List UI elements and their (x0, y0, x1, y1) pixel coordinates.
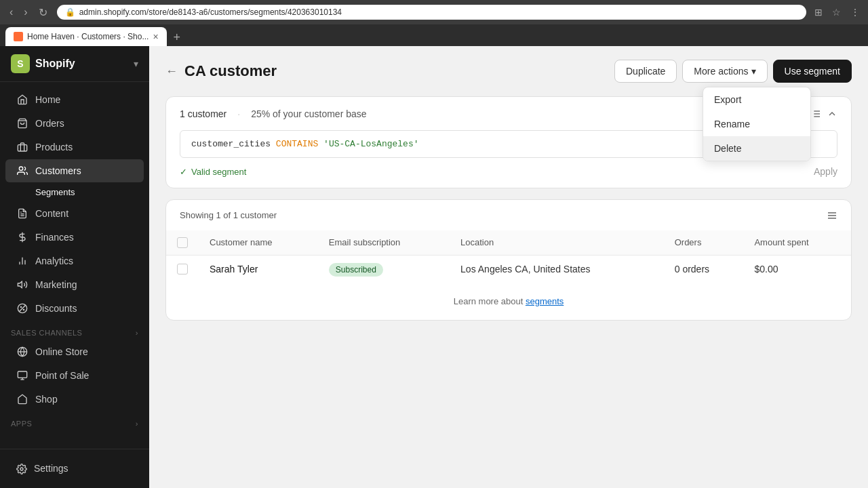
browser-nav-controls: ‹ › ↻ (5, 5, 52, 20)
header-actions: Duplicate More actions ▾ Use segment Exp… (614, 60, 852, 83)
learn-more-text: Learn more about (454, 296, 526, 306)
sidebar-item-analytics[interactable]: Analytics (5, 249, 144, 272)
main-content: ← CA customer Duplicate More actions ▾ U… (149, 46, 868, 488)
code-operator: CONTAINS (276, 139, 318, 149)
svg-marker-9 (18, 281, 22, 287)
use-segment-button[interactable]: Use segment (773, 60, 852, 83)
extensions-button[interactable]: ⊞ (812, 4, 825, 20)
valid-check-icon: ✓ (180, 167, 187, 177)
sidebar-item-orders-label: Orders (35, 118, 64, 129)
sidebar-item-discounts[interactable]: Discounts (5, 297, 144, 320)
discounts-icon (16, 302, 28, 314)
svg-point-18 (20, 468, 23, 470)
valid-label: Valid segment (191, 167, 246, 177)
shopify-logo-icon: S (11, 54, 30, 73)
collapse-icon[interactable] (827, 108, 837, 119)
svg-point-11 (23, 309, 24, 310)
svg-point-10 (20, 306, 21, 307)
header-checkbox-cell (166, 230, 199, 256)
address-bar[interactable]: 🔒 admin.shopify.com/store/de8143-a6/cust… (57, 5, 806, 20)
sidebar-item-settings[interactable]: Settings (11, 458, 138, 480)
url-text: admin.shopify.com/store/de8143-a6/custom… (79, 7, 342, 17)
col-header-orders: Orders (664, 230, 744, 256)
browser-tab-bar: Home Haven · Customers · Sho... × + (0, 24, 868, 46)
customers-table: Customer name Email subscription Locatio… (166, 230, 851, 283)
tab-favicon (14, 32, 23, 41)
sidebar-item-shop[interactable]: Shop (5, 388, 144, 411)
sidebar-item-finances[interactable]: Finances (5, 226, 144, 249)
more-actions-button[interactable]: More actions ▾ (682, 60, 767, 83)
browser-actions: ⊞ ☆ ⋮ (812, 4, 863, 20)
location-cell: Los Angeles CA, United States (450, 255, 664, 283)
sidebar-item-pos-label: Point of Sale (35, 370, 89, 381)
sidebar-item-content-label: Content (35, 208, 68, 219)
new-tab-button[interactable]: + (170, 29, 185, 46)
customers-icon (16, 165, 28, 177)
sidebar-item-customers[interactable]: Customers (5, 159, 144, 182)
active-tab[interactable]: Home Haven · Customers · Sho... × (5, 27, 167, 46)
content-icon (16, 207, 28, 220)
back-button[interactable]: ← (165, 64, 178, 79)
code-field: customer_cities (191, 139, 271, 149)
store-selector[interactable]: ▾ (134, 58, 138, 69)
sidebar-item-products[interactable]: Products (5, 136, 144, 159)
more-actions-chevron: ▾ (751, 66, 756, 77)
marketing-icon (16, 279, 28, 291)
customers-section: Showing 1 of 1 customer Customer name Em… (165, 199, 852, 321)
apps-toggle[interactable]: › (136, 420, 138, 428)
svg-point-2 (19, 167, 22, 170)
shopify-logo: S Shopify (11, 54, 75, 73)
finances-icon (16, 231, 28, 243)
select-all-checkbox[interactable] (177, 237, 188, 248)
sidebar-item-pos[interactable]: Point of Sale (5, 364, 144, 387)
lock-icon: 🔒 (65, 7, 75, 17)
products-icon (16, 141, 28, 153)
row-checkbox[interactable] (177, 264, 188, 274)
forward-nav-button[interactable]: › (20, 5, 31, 20)
segments-link[interactable]: segments (526, 296, 564, 306)
apply-button[interactable]: Apply (814, 166, 837, 177)
duplicate-button[interactable]: Duplicate (614, 60, 677, 83)
sidebar-item-online-store[interactable]: Online Store (5, 340, 144, 363)
stats-divider: · (237, 108, 240, 119)
svg-rect-15 (18, 371, 26, 378)
sidebar-item-products-label: Products (35, 142, 73, 152)
browser-chrome: ‹ › ↻ 🔒 admin.shopify.com/store/de8143-a… (0, 0, 868, 24)
dropdown-rename[interactable]: Rename (703, 112, 810, 136)
reload-button[interactable]: ↻ (35, 5, 52, 20)
email-status-cell: Subscribed (318, 255, 450, 283)
sales-channels-toggle[interactable]: › (136, 329, 138, 337)
svg-rect-1 (18, 145, 26, 151)
settings-label: Settings (34, 463, 68, 474)
back-nav-button[interactable]: ‹ (5, 5, 17, 20)
app-container: S Shopify ▾ Home Orders (0, 46, 868, 488)
apps-label: Apps (11, 420, 32, 428)
col-header-amount: Amount spent (743, 230, 851, 256)
sidebar-item-segments[interactable]: Segments (5, 183, 144, 201)
sidebar: S Shopify ▾ Home Orders (0, 46, 149, 488)
table-container: Customer name Email subscription Locatio… (166, 230, 851, 283)
customer-name-cell: Sarah Tyler (199, 255, 318, 283)
page-header: ← CA customer Duplicate More actions ▾ U… (165, 60, 852, 83)
menu-button[interactable]: ⋮ (848, 4, 863, 20)
tab-title: Home Haven · Customers · Sho... (27, 32, 149, 41)
learn-more-section: Learn more about segments (166, 283, 851, 320)
bookmark-button[interactable]: ☆ (829, 4, 844, 20)
sidebar-item-content[interactable]: Content (5, 202, 144, 225)
customer-name-link[interactable]: Sarah Tyler (210, 264, 258, 274)
page-title-row: ← CA customer (165, 62, 277, 80)
more-actions-dropdown: Export Rename Delete (703, 87, 811, 161)
sidebar-item-marketing[interactable]: Marketing (5, 273, 144, 296)
sidebar-item-customers-label: Customers (35, 165, 81, 176)
table-body: Sarah Tyler Subscribed Los Angeles CA, U… (166, 255, 851, 283)
tab-close-button[interactable]: × (153, 31, 158, 42)
filter-icon[interactable] (810, 108, 821, 119)
dropdown-export[interactable]: Export (703, 87, 810, 112)
sidebar-item-marketing-label: Marketing (35, 279, 77, 290)
sidebar-nav: Home Orders Products Custo (0, 82, 149, 449)
sort-button[interactable] (827, 209, 837, 221)
col-header-email: Email subscription (318, 230, 450, 256)
sidebar-item-home[interactable]: Home (5, 88, 144, 111)
dropdown-delete[interactable]: Delete (703, 136, 810, 161)
sidebar-item-orders[interactable]: Orders (5, 112, 144, 135)
